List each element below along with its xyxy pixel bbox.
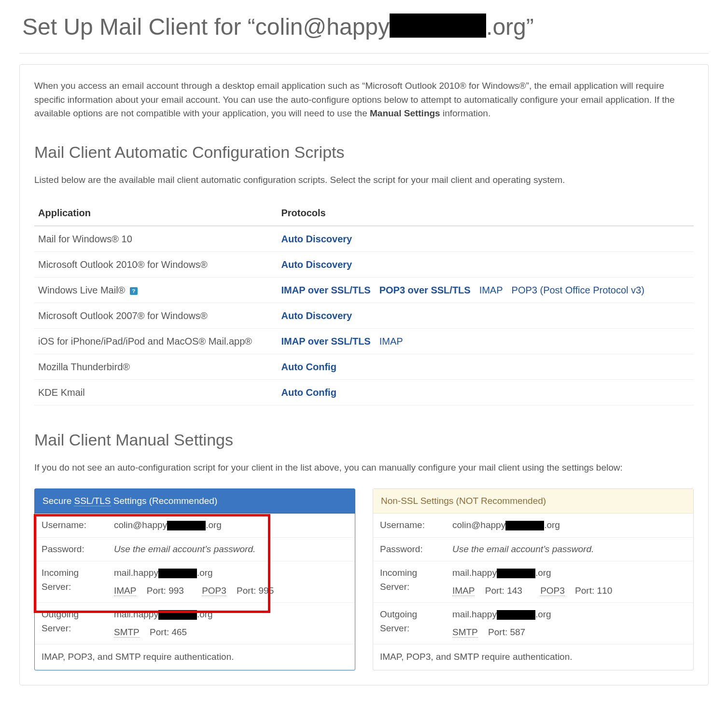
label-incoming: Incoming Server: (35, 561, 107, 603)
protocol-link[interactable]: IMAP over SSL/TLS (281, 285, 370, 295)
ssl-footer: IMAP, POP3, and SMTP require authenticat… (35, 644, 355, 670)
ssl-incoming-row: Incoming Server: mail.happy.org IMAP Por… (35, 561, 355, 603)
title-suffix: .org” (486, 14, 534, 40)
protocol-link[interactable]: Auto Config (281, 362, 336, 372)
label-username: Username: (373, 514, 446, 537)
value-password: Use the email account’s password. (107, 537, 355, 561)
app-cell: iOS for iPhone/iPad/iPod and MacOS® Mail… (34, 329, 277, 354)
app-cell: Microsoft Outlook 2010® for Windows® (34, 252, 277, 278)
table-row: Mozilla Thunderbird®Auto Config (34, 354, 694, 380)
value-incoming: mail.happy.org IMAP Port: 143 POP3 Port:… (446, 561, 693, 603)
ssl-settings-box: Secure SSL/TLS Settings (Recommended) Us… (34, 488, 355, 670)
protocols-cell: Auto Config (277, 380, 694, 405)
app-cell: Windows Live Mail® ? (34, 278, 277, 303)
redaction-box (158, 569, 197, 578)
redaction-box (505, 521, 544, 530)
auto-config-heading: Mail Client Automatic Configuration Scri… (34, 140, 694, 165)
manual-settings-desc: If you do not see an auto-configuration … (34, 461, 694, 475)
value-incoming: mail.happy.org IMAP Port: 993 POP3 Port:… (107, 561, 355, 603)
label-password: Password: (373, 537, 446, 561)
table-row: Mail for Windows® 10Auto Discovery (34, 226, 694, 252)
redaction-box (497, 569, 535, 578)
value-username: colin@happy.org (107, 514, 355, 537)
protocols-cell: IMAP over SSL/TLSIMAP (277, 329, 694, 354)
protocol-link[interactable]: POP3 (Post Office Protocol v3) (512, 285, 644, 295)
redaction-box (158, 610, 197, 620)
ssl-username-row: Username: colin@happy.org (35, 514, 355, 537)
nonssl-footer: IMAP, POP3, and SMTP require authenticat… (373, 644, 693, 670)
nonssl-username-row: Username: colin@happy.org (373, 514, 693, 537)
manual-settings-heading: Mail Client Manual Settings (34, 428, 694, 452)
redaction-box (167, 521, 206, 530)
manual-settings-label: Manual Settings (370, 108, 440, 118)
protocol-link[interactable]: Auto Discovery (281, 259, 352, 270)
page-title: Set Up Mail Client for “colin@happy.org” (19, 0, 709, 54)
label-outgoing: Outgoing Server: (35, 603, 107, 644)
ssl-header: Secure SSL/TLS Settings (Recommended) (35, 489, 355, 514)
table-row: iOS for iPhone/iPad/iPod and MacOS® Mail… (34, 329, 694, 354)
app-cell: Mail for Windows® 10 (34, 226, 277, 252)
value-password: Use the email account’s password. (446, 537, 693, 561)
ssl-tls-abbr: SSL/TLS (74, 496, 111, 506)
nonssl-settings-box: Non-SSL Settings (NOT Recommended) Usern… (373, 488, 694, 670)
table-row: Microsoft Outlook 2007® for Windows®Auto… (34, 303, 694, 329)
nonssl-password-row: Password: Use the email account’s passwo… (373, 537, 693, 561)
smtp-abbr: SMTP (114, 627, 140, 638)
table-row: KDE KmailAuto Config (34, 380, 694, 405)
title-prefix: Set Up Mail Client for “colin@happy (22, 14, 390, 40)
nonssl-incoming-row: Incoming Server: mail.happy.org IMAP Por… (373, 561, 693, 603)
app-cell: Mozilla Thunderbird® (34, 354, 277, 380)
imap-abbr: IMAP (114, 585, 136, 596)
nonssl-header: Non-SSL Settings (NOT Recommended) (373, 489, 693, 514)
value-outgoing: mail.happy.org SMTP Port: 587 (446, 603, 693, 644)
ssl-outgoing-row: Outgoing Server: mail.happy.org SMTP Por… (35, 603, 355, 644)
label-username: Username: (35, 514, 107, 537)
pop3-abbr: POP3 (202, 585, 226, 596)
protocol-link[interactable]: Auto Config (281, 387, 336, 398)
redaction-box (497, 610, 535, 620)
col-application: Application (34, 200, 277, 226)
protocol-link[interactable]: Auto Discovery (281, 310, 352, 321)
app-cell: KDE Kmail (34, 380, 277, 405)
protocols-cell: Auto Config (277, 354, 694, 380)
value-username: colin@happy.org (446, 514, 693, 537)
protocol-link[interactable]: Auto Discovery (281, 234, 352, 244)
ssl-password-row: Password: Use the email account’s passwo… (35, 537, 355, 561)
protocol-link[interactable]: IMAP over SSL/TLS (281, 336, 370, 347)
protocol-link[interactable]: POP3 over SSL/TLS (379, 285, 471, 295)
imap-abbr: IMAP (452, 585, 475, 596)
auto-config-desc: Listed below are the available mail clie… (34, 173, 694, 187)
label-password: Password: (35, 537, 107, 561)
label-incoming: Incoming Server: (373, 561, 446, 603)
protocols-cell: Auto Discovery (277, 226, 694, 252)
col-protocols: Protocols (277, 200, 694, 226)
protocols-cell: IMAP over SSL/TLSPOP3 over SSL/TLSIMAPPO… (277, 278, 694, 303)
table-row: Microsoft Outlook 2010® for Windows®Auto… (34, 252, 694, 278)
protocol-link[interactable]: IMAP (479, 285, 503, 295)
value-outgoing: mail.happy.org SMTP Port: 465 (107, 603, 355, 644)
smtp-abbr: SMTP (452, 627, 478, 638)
pop3-abbr: POP3 (540, 585, 565, 596)
protocol-link[interactable]: IMAP (379, 336, 403, 347)
protocols-cell: Auto Discovery (277, 252, 694, 278)
nonssl-outgoing-row: Outgoing Server: mail.happy.org SMTP Por… (373, 603, 693, 644)
label-outgoing: Outgoing Server: (373, 603, 446, 644)
help-icon[interactable]: ? (130, 287, 138, 295)
scripts-table: Application Protocols Mail for Windows® … (34, 200, 694, 405)
redaction-box (390, 14, 486, 38)
main-card: When you access an email account through… (19, 64, 709, 685)
intro-paragraph: When you access an email account through… (34, 79, 694, 121)
table-row: Windows Live Mail® ?IMAP over SSL/TLSPOP… (34, 278, 694, 303)
protocols-cell: Auto Discovery (277, 303, 694, 329)
app-cell: Microsoft Outlook 2007® for Windows® (34, 303, 277, 329)
